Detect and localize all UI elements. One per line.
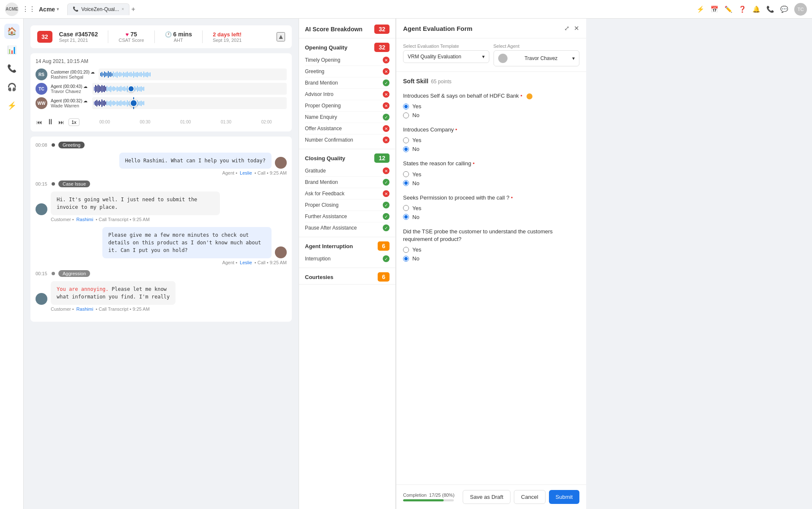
score-item-number-confirmation: Number Confirmation ✕ bbox=[305, 134, 390, 145]
item-icon-interruption: ✓ bbox=[383, 255, 390, 262]
time-90: 01:30 bbox=[206, 120, 247, 124]
close-icon[interactable]: ✕ bbox=[574, 25, 579, 32]
radio-no-label-1: No bbox=[412, 112, 420, 118]
eval-selects: Select Evaluation Template VRM Quality E… bbox=[396, 38, 586, 72]
radio-no-label-4: No bbox=[412, 214, 420, 220]
score-item-greeting: Greeting ✕ bbox=[305, 66, 390, 77]
score-section-interruption-header: Agent Interruption 6 bbox=[299, 237, 395, 253]
closing-quality-score: 12 bbox=[374, 153, 390, 163]
tab-close-icon[interactable]: × bbox=[122, 7, 124, 11]
pause-button[interactable]: ⏸ bbox=[47, 118, 54, 126]
playhead-handle[interactable] bbox=[130, 99, 137, 107]
phone-icon[interactable]: 📞 bbox=[766, 5, 774, 13]
ai-score-panel: AI Score Breakdown 32 Opening Quality 32… bbox=[299, 19, 396, 509]
expand-icon[interactable]: ⤢ bbox=[564, 25, 570, 32]
bell-icon[interactable]: 🔔 bbox=[752, 5, 760, 13]
ai-score-title: AI Score Breakdown bbox=[305, 26, 362, 33]
speed-selector[interactable]: 1x bbox=[69, 118, 80, 126]
radio-yes-5[interactable]: Yes bbox=[403, 246, 579, 253]
completion-label: Completion bbox=[403, 493, 427, 498]
csat-metric: ♥ 75 CSAT Score bbox=[118, 31, 144, 43]
sidebar-item-headset[interactable]: 🎧 bbox=[4, 79, 19, 95]
flash-icon[interactable]: ⚡ bbox=[697, 5, 705, 13]
radio-no-5[interactable]: No bbox=[403, 255, 579, 262]
tab-add-button[interactable]: + bbox=[131, 5, 135, 13]
playhead[interactable] bbox=[128, 85, 134, 92]
heart-icon: ♥ bbox=[126, 31, 129, 38]
score-item-proper-opening: Proper Opening ✕ bbox=[305, 100, 390, 112]
item-name-gratitude: Gratitude bbox=[305, 168, 326, 174]
item-name-proper-opening: Proper Opening bbox=[305, 103, 341, 109]
question-label-4: Seeks Permission to proceed with the cal… bbox=[403, 194, 579, 202]
tab-voicezen[interactable]: 📞 VoiceZen-Qual... × bbox=[67, 3, 129, 15]
opening-quality-score: 32 bbox=[374, 43, 390, 52]
item-name-ask-feedback: Ask for Feedback bbox=[305, 191, 344, 197]
score-item-ask-feedback: Ask for Feedback ✕ bbox=[305, 188, 390, 200]
radio-yes-label-3: Yes bbox=[412, 171, 421, 178]
interruption-items: Interruption ✓ bbox=[299, 253, 395, 268]
item-icon-further-assistance: ✓ bbox=[383, 213, 390, 220]
sidebar-item-home[interactable]: 🏠 bbox=[4, 24, 19, 39]
item-name-proper-closing: Proper Closing bbox=[305, 202, 338, 208]
collapse-button[interactable]: ▲ bbox=[277, 32, 285, 41]
item-name-greeting: Greeting bbox=[305, 68, 324, 74]
score-item-name-enquiry: Name Enquiry ✓ bbox=[305, 112, 390, 123]
sidebar-item-phone[interactable]: 📞 bbox=[4, 61, 19, 76]
radio-no-4[interactable]: No bbox=[403, 214, 579, 220]
item-name-advisor-intro: Advisor Intro bbox=[305, 91, 333, 97]
item-name-brand-mention-open: Brand Mention bbox=[305, 80, 338, 86]
agent-select[interactable]: Travor Chavez ▾ bbox=[494, 50, 580, 66]
radio-group-3: Yes No bbox=[403, 171, 579, 186]
template-select-group: Select Evaluation Template VRM Quality E… bbox=[403, 44, 489, 66]
interruption-title: Agent Interruption bbox=[305, 243, 353, 249]
submit-button[interactable]: Submit bbox=[549, 490, 579, 504]
radio-yes-4[interactable]: Yes bbox=[403, 205, 579, 211]
item-name-timely-opening: Timely Opening bbox=[305, 57, 340, 63]
cancel-button[interactable]: Cancel bbox=[514, 490, 545, 504]
event-tag-greeting: Greeting bbox=[58, 142, 85, 148]
time-0: 00:00 bbox=[85, 120, 125, 124]
radio-yes-2[interactable]: Yes bbox=[403, 137, 579, 143]
time-60: 01:00 bbox=[165, 120, 206, 124]
radio-no-3[interactable]: No bbox=[403, 180, 579, 186]
eval-footer: Completion 17/25 (80%) Save as Draft Can… bbox=[396, 484, 586, 509]
question-label-3: States the reason for calling • bbox=[403, 160, 579, 167]
radio-no-2[interactable]: No bbox=[403, 146, 579, 152]
event-greeting: 00:08 Greeting bbox=[36, 142, 287, 148]
template-select[interactable]: VRM Quality Evaluation ▾ bbox=[403, 50, 489, 63]
grid-icon[interactable]: ⋮⋮ bbox=[22, 5, 36, 13]
radio-yes-1[interactable]: Yes bbox=[403, 103, 579, 109]
chat-icon[interactable]: 💬 bbox=[780, 5, 788, 13]
radio-no-1[interactable]: No bbox=[403, 112, 579, 118]
save-draft-button[interactable]: Save as Draft bbox=[463, 490, 510, 504]
customer-avatar-1 bbox=[36, 203, 47, 215]
app-logo[interactable]: ACME bbox=[5, 3, 19, 16]
opening-quality-title: Opening Quality bbox=[305, 44, 347, 51]
courtesies-title: Courtesies bbox=[305, 274, 333, 280]
eval-question-1: Introduces Self & says on behalf of HDFC… bbox=[403, 92, 579, 118]
user-avatar[interactable]: TC bbox=[794, 3, 807, 16]
aht-label: AHT bbox=[174, 38, 183, 43]
track-waveform-rs[interactable] bbox=[99, 68, 287, 80]
score-item-offer-assistance: Offer Assistance ✕ bbox=[305, 123, 390, 134]
track-waveform-ww[interactable]: 00:10 bbox=[92, 97, 287, 109]
item-icon-timely-opening: ✕ bbox=[383, 57, 390, 63]
sidebar-item-analytics[interactable]: 📊 bbox=[4, 42, 19, 57]
brand-name[interactable]: Acme ▾ bbox=[39, 6, 59, 13]
calendar-icon[interactable]: 📅 bbox=[710, 5, 719, 13]
edit-icon[interactable]: ✏️ bbox=[724, 5, 732, 13]
bubble-meta-agent-2: Agent • Leslie • Call • 9:25 AM bbox=[222, 260, 287, 265]
score-section-opening: Opening Quality 32 Timely Opening ✕ Gree… bbox=[299, 38, 395, 149]
skip-forward-button[interactable]: ⏭ bbox=[58, 118, 65, 126]
soft-skill-points: 65 points bbox=[431, 79, 452, 85]
skip-back-button[interactable]: ⏮ bbox=[36, 118, 43, 126]
help-icon[interactable]: ❓ bbox=[738, 5, 746, 13]
sidebar-item-bolt[interactable]: ⚡ bbox=[4, 98, 19, 113]
ai-total-score: 32 bbox=[374, 25, 390, 34]
radio-yes-3[interactable]: Yes bbox=[403, 171, 579, 178]
item-icon-proper-opening: ✕ bbox=[383, 102, 390, 109]
track-waveform-tc[interactable] bbox=[92, 83, 287, 95]
score-item-proper-closing: Proper Closing ✓ bbox=[305, 200, 390, 211]
customer-avatar-2 bbox=[36, 293, 47, 305]
radio-no-label-3: No bbox=[412, 180, 420, 186]
